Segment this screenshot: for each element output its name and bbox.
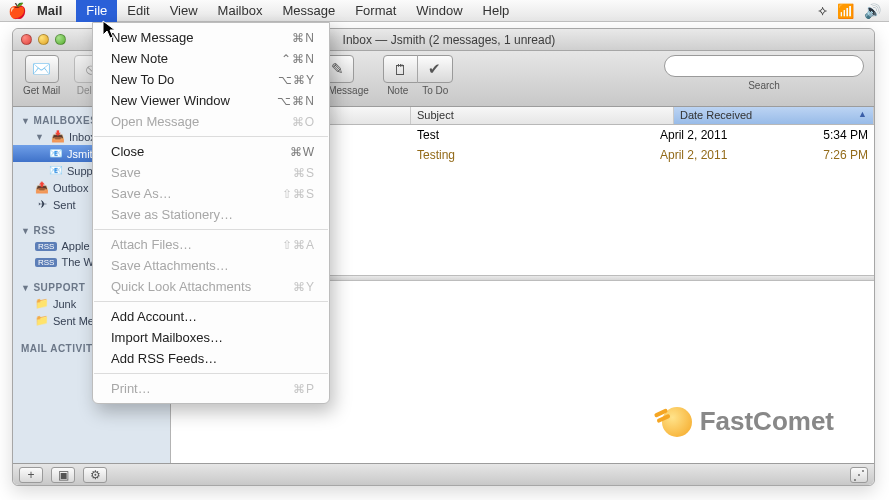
toolbar-note-todo[interactable]: 🗒 ✔︎ Note To Do — [383, 55, 453, 96]
file-menu-item: Attach Files…⇧⌘A — [93, 234, 329, 255]
watermark-text: FastComet — [700, 406, 834, 437]
action-gear-button[interactable]: ⚙︎ — [83, 467, 107, 483]
mailbox-icon: 📧 — [49, 164, 63, 177]
file-menu-item[interactable]: Import Mailboxes… — [93, 327, 329, 348]
wifi-icon[interactable]: 📶 — [837, 3, 854, 19]
system-menubar: 🍎 Mail File Edit View Mailbox Message Fo… — [0, 0, 889, 22]
bluetooth-icon[interactable]: ⟡ — [818, 2, 827, 19]
toolbar-todo-label: To Do — [422, 85, 448, 96]
menubar-format[interactable]: Format — [345, 0, 406, 22]
toolbar-getmail[interactable]: ✉️ Get Mail — [23, 55, 60, 96]
file-menu-item[interactable]: Add RSS Feeds… — [93, 348, 329, 369]
file-menu-item[interactable]: Close⌘W — [93, 141, 329, 162]
envelope-icon: ✉️ — [32, 60, 51, 78]
row-time: 7:26 PM — [794, 148, 874, 162]
file-menu-item: Print…⌘P — [93, 378, 329, 399]
search-input[interactable] — [664, 55, 864, 77]
outbox-icon: 📤 — [35, 181, 49, 194]
status-bar: + ▣ ⚙︎ ⋰ — [13, 463, 874, 485]
file-menu-item: Quick Look Attachments⌘Y — [93, 276, 329, 297]
toolbar-note-label: Note — [387, 85, 408, 96]
file-menu-item: Open Message⌘O — [93, 111, 329, 132]
row-time: 5:34 PM — [794, 128, 874, 142]
file-menu-item[interactable]: New Viewer Window⌥⌘N — [93, 90, 329, 111]
menubar-window[interactable]: Window — [406, 0, 472, 22]
file-menu-item: Save as Stationery… — [93, 204, 329, 225]
inbox-icon: 📥 — [51, 130, 65, 143]
file-menu-dropdown: New Message⌘NNew Note⌃⌘NNew To Do⌥⌘YNew … — [92, 22, 330, 404]
menubar-edit[interactable]: Edit — [117, 0, 159, 22]
menubar-message[interactable]: Message — [272, 0, 345, 22]
menubar-view[interactable]: View — [160, 0, 208, 22]
window-zoom-button[interactable] — [55, 34, 66, 45]
watermark: FastComet — [662, 406, 834, 437]
resize-grip-icon[interactable]: ⋰ — [850, 467, 868, 483]
file-menu-item: Save⌘S — [93, 162, 329, 183]
add-button[interactable]: + — [19, 467, 43, 483]
folder-icon: 📁 — [35, 314, 49, 327]
fastcomet-logo-icon — [662, 407, 692, 437]
file-menu-item[interactable]: Add Account… — [93, 306, 329, 327]
file-menu-item[interactable]: New Note⌃⌘N — [93, 48, 329, 69]
app-name[interactable]: Mail — [37, 3, 62, 18]
activity-button[interactable]: ▣ — [51, 467, 75, 483]
note-icon: 🗒 — [384, 55, 418, 83]
toolbar-search-label: Search — [748, 80, 780, 91]
menubar-file[interactable]: File — [76, 0, 117, 22]
rss-icon: RSS — [35, 242, 57, 251]
menubar-help[interactable]: Help — [473, 0, 520, 22]
mailbox-icon: 📧 — [49, 147, 63, 160]
compose-icon: ✎ — [331, 60, 344, 78]
file-menu-item[interactable]: New To Do⌥⌘Y — [93, 69, 329, 90]
row-date: April 2, 2011 — [654, 148, 794, 162]
row-subject: Test — [411, 128, 654, 142]
apple-menu-icon[interactable]: 🍎 — [8, 2, 27, 20]
menubar-mailbox[interactable]: Mailbox — [208, 0, 273, 22]
col-date-received[interactable]: Date Received▲ — [674, 107, 874, 124]
window-minimize-button[interactable] — [38, 34, 49, 45]
col-subject[interactable]: Subject — [411, 107, 674, 124]
sort-asc-icon: ▲ — [858, 109, 867, 119]
cursor-icon — [102, 20, 118, 40]
todo-icon: ✔︎ — [418, 55, 452, 83]
row-subject: Testing — [411, 148, 654, 162]
file-menu-item[interactable]: New Message⌘N — [93, 27, 329, 48]
folder-icon: 📁 — [35, 297, 49, 310]
file-menu-item: Save As…⇧⌘S — [93, 183, 329, 204]
rss-icon: RSS — [35, 258, 57, 267]
sent-icon: ✈︎ — [35, 198, 49, 211]
file-menu-item: Save Attachments… — [93, 255, 329, 276]
window-close-button[interactable] — [21, 34, 32, 45]
row-date: April 2, 2011 — [654, 128, 794, 142]
volume-icon[interactable]: 🔊 — [864, 3, 881, 19]
toolbar-getmail-label: Get Mail — [23, 85, 60, 96]
